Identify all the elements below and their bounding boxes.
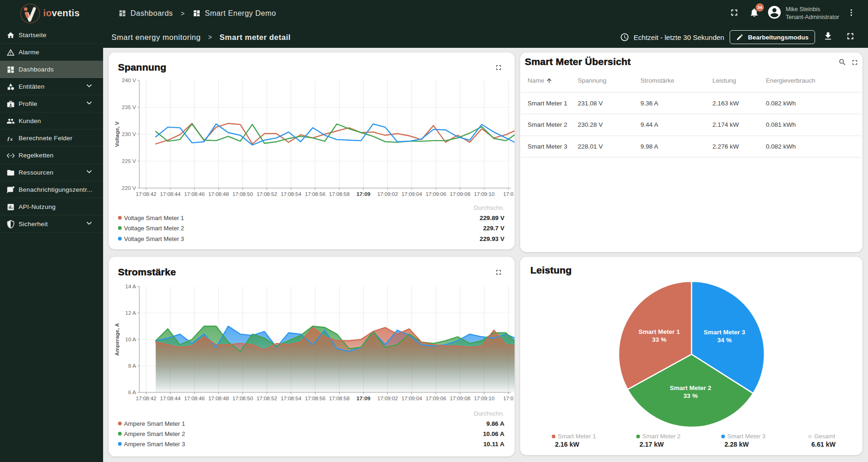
svg-text:Smart Meter 1: Smart Meter 1 xyxy=(639,328,680,335)
svg-text:x: x xyxy=(10,137,13,142)
svg-text:33 %: 33 % xyxy=(652,336,666,343)
svg-text:17:0: 17:0 xyxy=(503,191,514,197)
svg-text:17:0: 17:0 xyxy=(503,396,514,401)
svg-text:Smart Meter 3: Smart Meter 3 xyxy=(704,329,745,336)
svg-text:Smart Meter 2: Smart Meter 2 xyxy=(670,384,711,391)
svg-text:f: f xyxy=(7,135,10,141)
svg-text:33 %: 33 % xyxy=(684,392,698,399)
svg-text:34 %: 34 % xyxy=(718,337,732,344)
